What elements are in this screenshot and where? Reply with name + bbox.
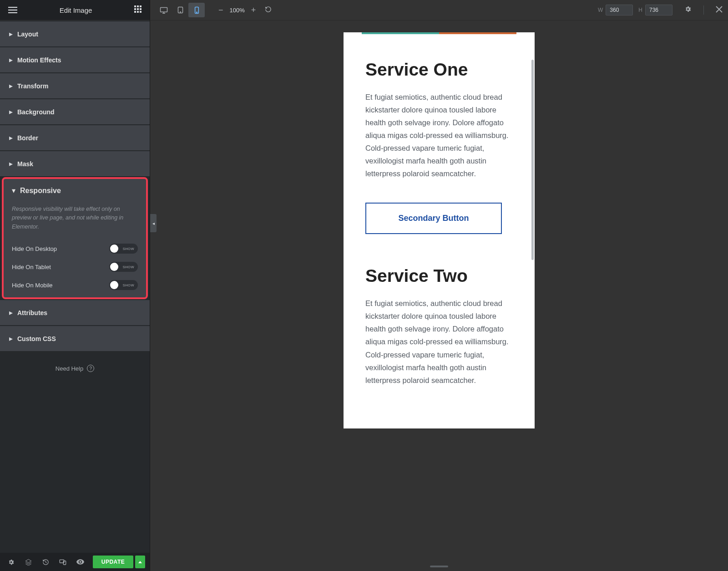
- device-switcher: [156, 3, 205, 17]
- chevron-right-icon: ▸: [9, 159, 13, 168]
- service-two-title: Service Two: [365, 266, 513, 286]
- svg-rect-7: [137, 8, 139, 10]
- toggle-row-hide-tablet: Hide On Tablet SHOW: [4, 258, 146, 276]
- update-dropdown[interactable]: [135, 556, 145, 568]
- navigator-icon[interactable]: [20, 553, 36, 571]
- panel-responsive[interactable]: ▾ Responsive: [4, 179, 146, 199]
- service-one-title: Service One: [365, 60, 513, 80]
- apps-grid-icon[interactable]: [134, 5, 142, 15]
- mobile-preview[interactable]: Service One Et fugiat semiotics, authent…: [344, 32, 535, 428]
- svg-rect-6: [134, 8, 136, 10]
- chevron-right-icon: ▸: [9, 82, 13, 90]
- width-control: W: [598, 5, 633, 15]
- toggle-row-hide-desktop: Hide On Desktop SHOW: [4, 240, 146, 258]
- panel-mask[interactable]: ▸ Mask: [0, 151, 150, 176]
- device-desktop-button[interactable]: [156, 3, 172, 17]
- panel-border[interactable]: ▸ Border: [0, 125, 150, 150]
- toggle-knob: [110, 245, 118, 253]
- panel-attributes[interactable]: ▸ Attributes: [0, 300, 150, 325]
- chevron-right-icon: ▸: [9, 308, 13, 317]
- divider: [703, 5, 704, 15]
- zoom-in-button[interactable]: +: [251, 5, 256, 15]
- settings-icon[interactable]: [684, 5, 692, 15]
- svg-point-16: [180, 12, 180, 12]
- settings-icon[interactable]: [3, 553, 19, 571]
- zoom-level: 100%: [230, 7, 245, 14]
- preview-scrollbar[interactable]: [531, 60, 534, 260]
- svg-point-18: [196, 12, 197, 13]
- height-control: H: [638, 5, 672, 15]
- zoom-controls: − 100% +: [218, 5, 272, 15]
- canvas[interactable]: Service One Et fugiat semiotics, authent…: [150, 20, 728, 571]
- chevron-right-icon: ▸: [9, 133, 13, 142]
- chevron-down-icon: ▾: [12, 186, 15, 195]
- svg-rect-5: [140, 5, 142, 7]
- toggle-hide-tablet[interactable]: SHOW: [109, 262, 138, 272]
- preview-icon[interactable]: [72, 553, 88, 571]
- help-icon: ?: [87, 365, 94, 372]
- svg-rect-2: [8, 12, 17, 13]
- toggle-row-hide-mobile: Hide On Mobile SHOW: [4, 276, 146, 297]
- panel-background[interactable]: ▸ Background: [0, 99, 150, 124]
- svg-rect-1: [8, 10, 17, 10]
- panel-layout[interactable]: ▸ Layout: [0, 21, 150, 46]
- history-icon[interactable]: [37, 553, 54, 571]
- panel-motion-effects[interactable]: ▸ Motion Effects: [0, 47, 150, 72]
- main-area: ◂ − 100% +: [150, 0, 728, 571]
- svg-rect-14: [161, 7, 167, 12]
- svg-rect-3: [134, 5, 136, 7]
- chevron-right-icon: ▸: [9, 30, 13, 38]
- chevron-right-icon: ▸: [9, 334, 13, 343]
- device-mobile-button[interactable]: [188, 3, 205, 17]
- toggle-knob: [110, 263, 118, 271]
- secondary-button[interactable]: Secondary Button: [365, 203, 502, 234]
- service-one-text: Et fugiat semiotics, authentic cloud bre…: [365, 91, 513, 180]
- height-input[interactable]: [645, 5, 672, 15]
- sidebar-header: Edit Image: [0, 0, 150, 20]
- zoom-out-button[interactable]: −: [218, 5, 223, 15]
- sidebar: Edit Image ▸ Layout ▸ Motion Effects ▸ T…: [0, 0, 150, 571]
- svg-rect-8: [140, 8, 142, 10]
- top-toolbar: − 100% + W H: [150, 0, 728, 20]
- panel-custom-css[interactable]: ▸ Custom CSS: [0, 326, 150, 351]
- svg-rect-0: [8, 7, 17, 8]
- responsive-description: Responsive visibility will take effect o…: [4, 199, 146, 240]
- panel-responsive-highlight: ▾ Responsive Responsive visibility will …: [2, 177, 148, 299]
- responsive-mode-icon[interactable]: [55, 553, 71, 571]
- need-help-link[interactable]: Need Help ?: [0, 352, 150, 385]
- dimensions: W H: [598, 5, 723, 15]
- update-button[interactable]: UPDATE: [93, 556, 133, 568]
- svg-rect-11: [140, 11, 142, 13]
- page-title: Edit Image: [60, 6, 92, 14]
- toggle-hide-desktop[interactable]: SHOW: [109, 244, 138, 254]
- service-two-text: Et fugiat semiotics, authentic cloud bre…: [365, 297, 513, 386]
- panels-scroll[interactable]: ▸ Layout ▸ Motion Effects ▸ Transform ▸ …: [0, 20, 150, 553]
- preview-image-strip: [362, 32, 516, 34]
- toggle-hide-mobile[interactable]: SHOW: [109, 280, 138, 290]
- hamburger-icon[interactable]: [8, 7, 17, 13]
- svg-rect-10: [137, 11, 139, 13]
- svg-rect-4: [137, 5, 139, 7]
- chevron-right-icon: ▸: [9, 107, 13, 116]
- toggle-knob: [110, 281, 118, 289]
- close-icon[interactable]: [716, 6, 723, 15]
- width-input[interactable]: [606, 5, 633, 15]
- resize-handle[interactable]: [430, 566, 448, 567]
- bottom-bar: UPDATE: [0, 553, 150, 571]
- chevron-right-icon: ▸: [9, 56, 13, 64]
- panel-transform[interactable]: ▸ Transform: [0, 73, 150, 98]
- device-tablet-button[interactable]: [172, 3, 188, 17]
- svg-rect-9: [134, 11, 136, 13]
- zoom-reset-button[interactable]: [265, 5, 272, 15]
